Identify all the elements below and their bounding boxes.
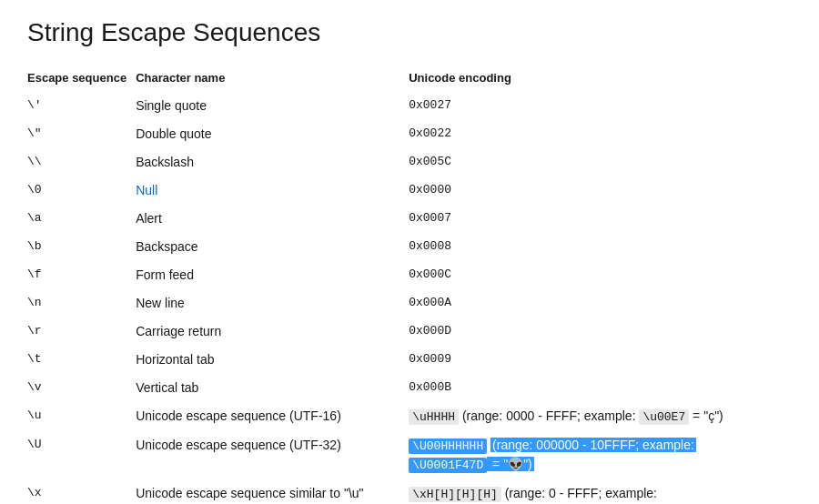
table-row: \tHorizontal tab0x0009 bbox=[27, 346, 792, 374]
table-row: \UUnicode escape sequence (UTF-32)\U00HH… bbox=[27, 431, 792, 479]
unicode-cell: 0x0022 bbox=[409, 120, 792, 148]
escape-cell: \x bbox=[27, 479, 136, 505]
header-escape: Escape sequence bbox=[27, 66, 136, 92]
escape-cell: \a bbox=[27, 205, 136, 233]
escape-cell: \r bbox=[27, 318, 136, 346]
table-row: \vVertical tab0x000B bbox=[27, 374, 792, 402]
unicode-cell: 0x0027 bbox=[409, 92, 792, 120]
escape-cell: \u bbox=[27, 402, 136, 431]
table-row: \nNew line0x000A bbox=[27, 289, 792, 318]
escape-cell: \0 bbox=[27, 176, 136, 205]
name-cell: Single quote bbox=[136, 92, 409, 120]
unicode-cell: 0x000A bbox=[409, 289, 792, 318]
escape-cell: \t bbox=[27, 346, 136, 374]
escape-cell: \' bbox=[27, 92, 136, 120]
table-row: \0Null0x0000 bbox=[27, 176, 792, 205]
table-row: \rCarriage return0x000D bbox=[27, 318, 792, 346]
table-row: \'Single quote0x0027 bbox=[27, 92, 792, 120]
unicode-cell: 0x000B bbox=[409, 374, 792, 402]
null-link[interactable]: Null bbox=[136, 183, 157, 197]
table-row: \"Double quote0x0022 bbox=[27, 120, 792, 148]
table-row: \bBackspace0x0008 bbox=[27, 233, 792, 261]
escape-cell: \f bbox=[27, 261, 136, 289]
name-cell: New line bbox=[136, 289, 409, 318]
header-unicode: Unicode encoding bbox=[409, 66, 792, 92]
table-row: \\Backslash0x005C bbox=[27, 148, 792, 176]
name-cell: Alert bbox=[136, 205, 409, 233]
name-cell: Unicode escape sequence (UTF-32) bbox=[136, 431, 409, 479]
table-row: \fForm feed0x000C bbox=[27, 261, 792, 289]
table-row: \xUnicode escape sequence similar to "\u… bbox=[27, 479, 792, 505]
name-cell: Carriage return bbox=[136, 318, 409, 346]
unicode-cell: \xH[H][H][H] (range: 0 - FFFF; example:\… bbox=[409, 479, 792, 505]
header-name: Character name bbox=[136, 66, 409, 92]
name-cell: Horizontal tab bbox=[136, 346, 409, 374]
name-cell: Double quote bbox=[136, 120, 409, 148]
table-row: \uUnicode escape sequence (UTF-16)\uHHHH… bbox=[27, 402, 792, 431]
name-cell: Form feed bbox=[136, 261, 409, 289]
name-cell: Null bbox=[136, 176, 409, 205]
name-cell: Backslash bbox=[136, 148, 409, 176]
escape-cell: \U bbox=[27, 431, 136, 479]
unicode-cell: 0x0008 bbox=[409, 233, 792, 261]
escape-cell: \v bbox=[27, 374, 136, 402]
escape-cell: \b bbox=[27, 233, 136, 261]
escape-sequences-table: Escape sequence Character name Unicode e… bbox=[27, 66, 792, 504]
page-title: String Escape Sequences bbox=[27, 18, 792, 47]
unicode-cell: \uHHHH (range: 0000 - FFFF; example: \u0… bbox=[409, 402, 792, 431]
escape-cell: \n bbox=[27, 289, 136, 318]
unicode-cell: 0x0009 bbox=[409, 346, 792, 374]
unicode-cell: 0x0000 bbox=[409, 176, 792, 205]
table-row: \aAlert0x0007 bbox=[27, 205, 792, 233]
name-cell: Vertical tab bbox=[136, 374, 409, 402]
name-cell: Unicode escape sequence (UTF-16) bbox=[136, 402, 409, 431]
unicode-cell: 0x000C bbox=[409, 261, 792, 289]
unicode-cell: 0x0007 bbox=[409, 205, 792, 233]
escape-cell: \" bbox=[27, 120, 136, 148]
unicode-cell: 0x005C bbox=[409, 148, 792, 176]
escape-cell: \\ bbox=[27, 148, 136, 176]
name-cell: Backspace bbox=[136, 233, 409, 261]
unicode-cell: \U00HHHHHH (range: 000000 - 10FFFF; exam… bbox=[409, 431, 792, 479]
name-cell: Unicode escape sequence similar to "\u" … bbox=[136, 479, 409, 505]
unicode-cell: 0x000D bbox=[409, 318, 792, 346]
